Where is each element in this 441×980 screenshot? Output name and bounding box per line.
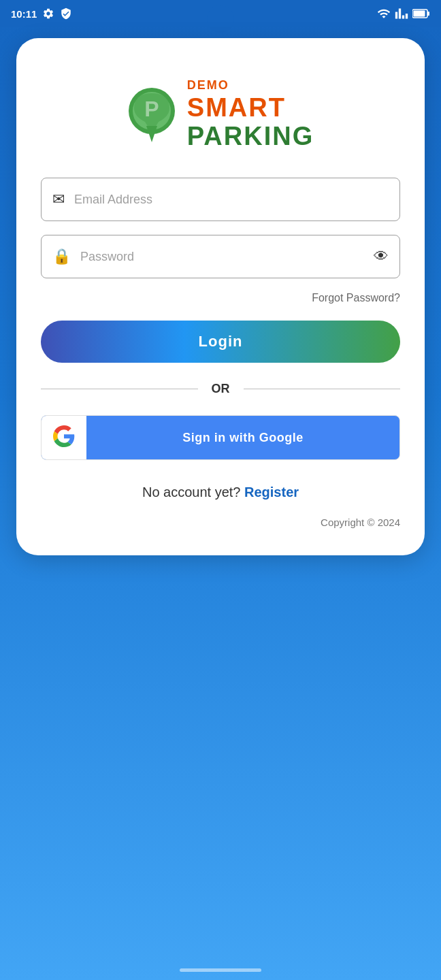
wifi-icon bbox=[377, 7, 391, 20]
svg-rect-1 bbox=[414, 11, 425, 17]
register-link[interactable]: Register bbox=[244, 485, 299, 500]
battery-icon bbox=[412, 9, 430, 18]
smart-text: SMART bbox=[187, 94, 314, 122]
copyright-text: Copyright © 2024 bbox=[41, 517, 400, 528]
shield-icon bbox=[60, 7, 72, 20]
gesture-indicator bbox=[180, 968, 261, 972]
or-line-left bbox=[41, 389, 198, 389]
google-signin-button[interactable]: Sign in with Google bbox=[41, 415, 400, 460]
password-input-group: 🔒 👁 bbox=[41, 235, 400, 278]
email-input-group: ✉ bbox=[41, 178, 400, 221]
google-signin-text: Sign in with Google bbox=[86, 431, 399, 445]
or-line-right bbox=[244, 389, 401, 389]
register-row: No account yet? Register bbox=[142, 485, 299, 500]
demo-label: DEMO bbox=[187, 79, 314, 93]
status-bar: 10:11 bbox=[0, 0, 441, 27]
google-logo-box bbox=[42, 415, 86, 460]
no-account-text: No account yet? bbox=[142, 485, 241, 500]
signal-icon bbox=[395, 7, 408, 20]
forgot-password-link[interactable]: Forgot Password? bbox=[312, 292, 400, 304]
parking-pin-icon: P bbox=[127, 86, 176, 144]
forgot-password-row: Forgot Password? bbox=[41, 292, 400, 304]
show-password-icon[interactable]: 👁 bbox=[374, 248, 389, 265]
or-divider: OR bbox=[41, 382, 400, 396]
email-field[interactable] bbox=[74, 193, 389, 207]
svg-rect-2 bbox=[427, 12, 429, 16]
camera-notch bbox=[207, 5, 234, 33]
settings-icon bbox=[42, 7, 54, 20]
bottom-gesture-bar bbox=[0, 960, 441, 980]
parking-text: PARKING bbox=[187, 122, 314, 151]
or-text: OR bbox=[212, 382, 230, 396]
login-card: P DEMO SMART PARKING ✉ 🔒 👁 Forgot Passwo… bbox=[16, 38, 425, 555]
logo-text: DEMO SMART PARKING bbox=[187, 79, 314, 150]
lock-icon: 🔒 bbox=[52, 248, 71, 265]
login-button[interactable]: Login bbox=[41, 321, 400, 363]
logo-area: P DEMO SMART PARKING bbox=[127, 79, 314, 150]
time-display: 10:11 bbox=[11, 8, 37, 20]
password-field[interactable] bbox=[80, 250, 374, 264]
status-bar-left: 10:11 bbox=[11, 7, 72, 20]
status-bar-right bbox=[377, 7, 430, 20]
svg-marker-6 bbox=[146, 126, 157, 142]
google-g-icon bbox=[53, 425, 75, 450]
email-icon: ✉ bbox=[52, 191, 65, 208]
